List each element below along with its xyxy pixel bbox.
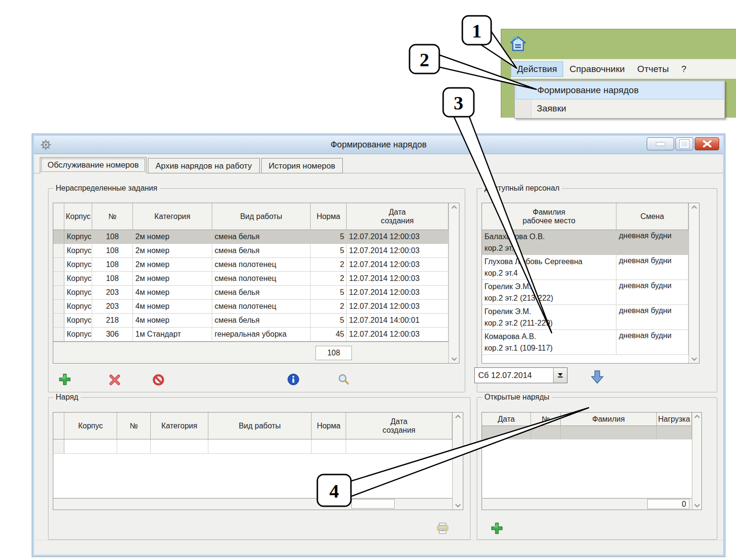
group-order-legend: Наряд xyxy=(53,393,81,402)
menu-item-reports[interactable]: Отчеты xyxy=(631,61,675,77)
column-header-created[interactable]: Дата создания xyxy=(347,203,448,230)
column-header-name[interactable]: Фамилия xyxy=(561,413,657,426)
row-selector xyxy=(53,230,64,243)
assign-arrow-icon xyxy=(591,370,604,384)
column-header-load[interactable]: Нагрузка xyxy=(657,413,692,426)
scroll-down-icon[interactable] xyxy=(694,504,700,508)
callout-3-label: 3 xyxy=(454,92,463,114)
actions-dropdown-menu: Формирование нарядов Заявки xyxy=(514,80,725,119)
minimize-button[interactable] xyxy=(647,137,674,150)
cell-shift: дневная будни xyxy=(616,305,688,329)
scroll-down-icon[interactable] xyxy=(451,357,457,361)
task-info-button[interactable] xyxy=(287,373,300,386)
window-controls xyxy=(647,137,719,150)
personnel-scrollbar[interactable] xyxy=(688,203,699,363)
add-open-order-button[interactable] xyxy=(491,522,503,535)
task-row[interactable]: Корпус2184м номерсмена белья512.07.2014 … xyxy=(53,314,448,328)
minimize-icon xyxy=(656,142,665,146)
add-icon xyxy=(59,373,71,386)
column-header-date[interactable]: Дата xyxy=(482,413,531,426)
menu-item-form-orders[interactable]: Формирование нарядов xyxy=(516,81,724,99)
order-scrollbar[interactable] xyxy=(452,413,463,510)
cell-created: 12.07.2014 12:00:03 xyxy=(347,258,448,271)
menu-item-requests[interactable]: Заявки xyxy=(515,99,724,118)
task-row[interactable]: Корпус1082м номерсмена белья512.07.2014 … xyxy=(53,230,448,244)
cell-number xyxy=(531,426,561,439)
cell-load xyxy=(657,426,692,439)
column-header-created[interactable]: Дата создания xyxy=(346,413,452,439)
column-header-number[interactable]: № xyxy=(531,413,561,426)
column-header-norm[interactable]: Норма xyxy=(312,413,346,439)
cell-korpus: Корпус xyxy=(64,328,92,341)
cell-number: 108 xyxy=(92,244,133,257)
print-order-button[interactable] xyxy=(436,522,449,535)
cell-shift: дневная будни xyxy=(616,330,688,354)
column-header-category[interactable]: Категория xyxy=(151,413,208,439)
tab-order-archive[interactable]: Архив нарядов на работу xyxy=(148,158,260,173)
add-task-button[interactable] xyxy=(59,373,71,386)
task-row[interactable]: Корпус1082м номерсмена полотенец212.07.2… xyxy=(53,272,448,286)
task-row[interactable]: Корпус2034м номерсмена белья512.07.2014 … xyxy=(53,286,448,300)
order-empty-row[interactable] xyxy=(53,439,452,454)
scroll-up-icon[interactable] xyxy=(455,414,461,418)
menu-item-directories[interactable]: Справочники xyxy=(563,61,631,77)
person-workplace: кор.2 эт.4 xyxy=(484,268,518,279)
personnel-row[interactable]: Глухова Любовь Сергеевнакор.2 эт.4дневна… xyxy=(482,255,688,280)
task-row[interactable]: Корпус2034м номерсмена полотенец212.07.2… xyxy=(53,300,448,314)
personnel-table-header: Фамилия рабочее место Смена xyxy=(482,203,688,230)
callout-1-box xyxy=(462,16,491,45)
scroll-up-icon[interactable] xyxy=(694,414,700,418)
column-header-korpus[interactable]: Корпус xyxy=(64,203,92,230)
tasks-scrollbar[interactable] xyxy=(448,203,459,363)
scroll-up-icon[interactable] xyxy=(691,205,697,209)
column-header-work[interactable]: Вид работы xyxy=(212,203,311,230)
column-header-shift[interactable]: Смена xyxy=(616,203,688,230)
search-task-button[interactable] xyxy=(338,373,350,386)
tab-room-history[interactable]: История номеров xyxy=(261,158,343,173)
scroll-down-icon[interactable] xyxy=(455,504,461,508)
task-row[interactable]: Корпус1082м номерсмена белья512.07.2014 … xyxy=(53,244,448,258)
date-combobox[interactable]: Сб 12.07.2014 xyxy=(474,367,567,383)
window-title: Формирование нарядов xyxy=(34,140,723,150)
open-orders-table: Дата № Фамилия Нагрузка 0 xyxy=(482,412,702,510)
tab-room-service[interactable]: Обслуживание номеров xyxy=(40,157,146,173)
personnel-row[interactable]: Балаханова О.В.кор.2 эт.4дневная будни xyxy=(482,230,688,255)
column-header-norm[interactable]: Норма xyxy=(311,203,347,230)
personnel-row[interactable]: Горелик Э.М.кор.2 эт.2 (211-229)дневная … xyxy=(482,305,688,330)
maximize-icon xyxy=(680,140,689,148)
open-orders-empty-row[interactable] xyxy=(482,426,692,439)
personnel-row[interactable]: Горелик Э.М.кор.2 эт.2 (213-222)дневная … xyxy=(482,280,688,305)
scroll-up-icon[interactable] xyxy=(451,205,457,209)
date-combobox-button[interactable] xyxy=(553,368,567,383)
delete-task-button[interactable] xyxy=(109,374,121,387)
personnel-row[interactable]: Комарова А.В.кор.2 эт.1 (109-117)дневная… xyxy=(482,330,688,355)
scroll-down-icon[interactable] xyxy=(691,357,697,361)
column-header-korpus[interactable]: Корпус xyxy=(64,413,117,439)
column-header-name-workplace[interactable]: Фамилия рабочее место xyxy=(482,203,616,230)
assign-personnel-button[interactable] xyxy=(591,370,604,384)
person-workplace: кор.2 эт.2 (211-229) xyxy=(484,317,553,329)
cell-work: смена полотенец xyxy=(212,258,311,271)
tasks-total-box: 108 xyxy=(315,346,352,360)
callout-2-label: 2 xyxy=(420,49,429,71)
column-header-work[interactable]: Вид работы xyxy=(208,413,312,439)
close-button[interactable] xyxy=(695,137,719,150)
task-row[interactable]: Корпус1082м номерсмена полотенец212.07.2… xyxy=(53,258,448,272)
cell-category: 2м номер xyxy=(133,272,212,285)
column-header-number[interactable]: № xyxy=(117,413,151,439)
block-task-button[interactable] xyxy=(153,374,165,387)
cell-norm: 2 xyxy=(311,258,347,271)
open-orders-scrollbar[interactable] xyxy=(692,413,701,510)
cell-person: Балаханова О.В.кор.2 эт.4 xyxy=(482,230,616,255)
cell-korpus: Корпус xyxy=(64,286,92,299)
column-header-number[interactable]: № xyxy=(92,203,133,230)
task-row[interactable]: Корпус3061м Стандартгенеральная уборка45… xyxy=(53,328,448,341)
menu-item-help[interactable]: ? xyxy=(675,61,693,77)
maximize-button[interactable] xyxy=(676,137,693,150)
cell-created: 12.07.2014 12:00:03 xyxy=(347,300,448,313)
menu-item-actions[interactable]: Действия xyxy=(511,61,563,77)
cell-work: генеральная уборка xyxy=(212,328,311,341)
cell-person: Глухова Любовь Сергеевнакор.2 эт.4 xyxy=(482,255,616,280)
column-header-category[interactable]: Категория xyxy=(133,203,212,230)
row-selector xyxy=(53,328,64,341)
